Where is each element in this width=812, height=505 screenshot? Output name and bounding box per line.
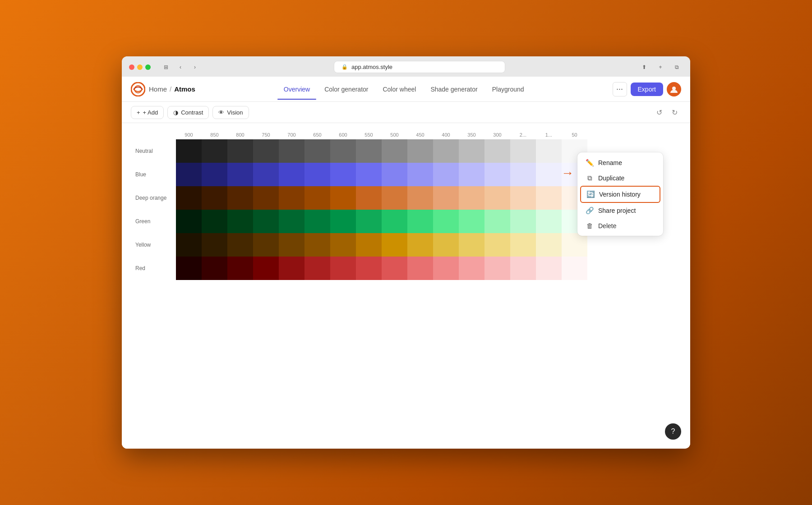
list-item[interactable] (484, 210, 510, 233)
list-item[interactable] (433, 163, 459, 186)
menu-item-rename[interactable]: ✏️ Rename (580, 155, 660, 170)
list-item[interactable] (536, 210, 562, 233)
user-avatar-button[interactable] (667, 82, 681, 96)
list-item[interactable] (536, 233, 562, 257)
list-item[interactable] (202, 163, 227, 186)
list-item[interactable] (202, 186, 227, 210)
list-item[interactable] (304, 210, 330, 233)
list-item[interactable] (510, 163, 536, 186)
list-item[interactable] (227, 163, 253, 186)
list-item[interactable] (330, 186, 356, 210)
list-item[interactable] (407, 139, 433, 163)
list-item[interactable] (536, 139, 562, 163)
tab-overview[interactable]: Overview (277, 83, 316, 96)
list-item[interactable] (562, 233, 587, 257)
list-item[interactable] (484, 139, 510, 163)
list-item[interactable] (459, 186, 484, 210)
list-item[interactable] (433, 257, 459, 280)
list-item[interactable] (356, 163, 382, 186)
tab-playground[interactable]: Playground (486, 83, 531, 96)
list-item[interactable] (562, 257, 587, 280)
add-button[interactable]: + + Add (131, 106, 164, 119)
list-item[interactable] (459, 210, 484, 233)
list-item[interactable] (176, 163, 202, 186)
list-item[interactable] (407, 186, 433, 210)
list-item[interactable] (459, 163, 484, 186)
list-item[interactable] (304, 233, 330, 257)
list-item[interactable] (536, 257, 562, 280)
list-item[interactable] (279, 210, 304, 233)
list-item[interactable] (356, 257, 382, 280)
list-item[interactable] (484, 233, 510, 257)
list-item[interactable] (227, 233, 253, 257)
address-bar[interactable]: 🔒 app.atmos.style (334, 61, 505, 73)
menu-item-share-project[interactable]: 🔗 Share project (580, 203, 660, 218)
list-item[interactable] (510, 210, 536, 233)
duplicate-tab-btn[interactable]: ⧉ (670, 62, 683, 72)
list-item[interactable] (382, 163, 407, 186)
minimize-traffic-light[interactable] (137, 64, 143, 70)
list-item[interactable] (407, 257, 433, 280)
forward-btn[interactable]: › (189, 62, 201, 72)
menu-item-duplicate[interactable]: ⧉ Duplicate (580, 170, 660, 186)
list-item[interactable] (382, 257, 407, 280)
list-item[interactable] (382, 139, 407, 163)
list-item[interactable] (407, 210, 433, 233)
list-item[interactable] (330, 139, 356, 163)
list-item[interactable] (202, 233, 227, 257)
list-item[interactable] (227, 257, 253, 280)
tab-color-generator[interactable]: Color generator (318, 83, 374, 96)
list-item[interactable] (279, 186, 304, 210)
list-item[interactable] (227, 210, 253, 233)
list-item[interactable] (279, 139, 304, 163)
back-btn[interactable]: ‹ (174, 62, 187, 72)
list-item[interactable] (330, 163, 356, 186)
tab-color-wheel[interactable]: Color wheel (376, 83, 422, 96)
share-browser-btn[interactable]: ⬆ (638, 62, 651, 72)
list-item[interactable] (176, 139, 202, 163)
list-item[interactable] (510, 186, 536, 210)
contrast-button[interactable]: ◑ Contrast (167, 106, 209, 119)
breadcrumb-home[interactable]: Home (149, 85, 167, 93)
list-item[interactable] (433, 210, 459, 233)
list-item[interactable] (536, 186, 562, 210)
list-item[interactable] (279, 257, 304, 280)
list-item[interactable] (382, 233, 407, 257)
tab-shade-generator[interactable]: Shade generator (424, 83, 484, 96)
list-item[interactable] (253, 186, 279, 210)
list-item[interactable] (176, 210, 202, 233)
list-item[interactable] (253, 233, 279, 257)
list-item[interactable] (433, 233, 459, 257)
new-tab-btn[interactable]: + (654, 62, 667, 72)
list-item[interactable] (330, 233, 356, 257)
list-item[interactable] (279, 163, 304, 186)
list-item[interactable] (253, 257, 279, 280)
list-item[interactable] (253, 163, 279, 186)
menu-item-delete[interactable]: 🗑 Delete (580, 218, 660, 233)
list-item[interactable] (356, 186, 382, 210)
list-item[interactable] (227, 139, 253, 163)
list-item[interactable] (253, 139, 279, 163)
export-button[interactable]: Export (631, 83, 663, 96)
list-item[interactable] (304, 257, 330, 280)
list-item[interactable] (536, 163, 562, 186)
list-item[interactable] (484, 163, 510, 186)
list-item[interactable] (253, 210, 279, 233)
list-item[interactable] (459, 139, 484, 163)
undo-button[interactable]: ↺ (652, 106, 666, 119)
list-item[interactable] (510, 139, 536, 163)
menu-item-version-history[interactable]: 🔄 Version history (580, 186, 660, 203)
list-item[interactable] (407, 233, 433, 257)
list-item[interactable] (459, 233, 484, 257)
list-item[interactable] (382, 210, 407, 233)
close-traffic-light[interactable] (129, 64, 134, 70)
list-item[interactable] (304, 163, 330, 186)
list-item[interactable] (356, 139, 382, 163)
help-button[interactable]: ? (665, 423, 681, 440)
list-item[interactable] (382, 186, 407, 210)
list-item[interactable] (330, 210, 356, 233)
list-item[interactable] (202, 139, 227, 163)
list-item[interactable] (176, 257, 202, 280)
more-options-button[interactable]: ··· (613, 82, 627, 96)
list-item[interactable] (433, 139, 459, 163)
